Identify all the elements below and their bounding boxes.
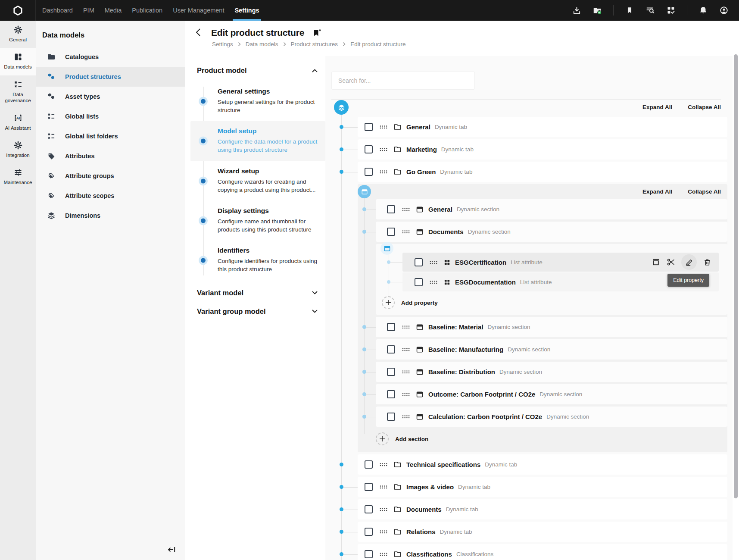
variant-group-model-header[interactable]: Variant group model [185,299,325,318]
subnav-item-general-settings[interactable]: General settings Setup general settings … [190,81,325,121]
scrollbar-track[interactable] [733,21,739,560]
row-checkbox[interactable] [387,413,395,421]
attribute-row-esgcertification[interactable]: ESGCertification List attribute Edit pro… [402,253,719,272]
rail-item-ai-assistant[interactable]: AI AI Assistant [0,109,36,136]
row-checkbox[interactable] [387,368,395,376]
row-checkbox[interactable] [365,460,373,469]
sidebar-item-attribute-scopes[interactable]: Attribute scopes [36,186,185,206]
drag-handle-icon[interactable] [402,206,410,212]
variant-model-header[interactable]: Variant model [185,281,325,299]
drag-handle-icon[interactable] [402,229,410,235]
section-row-baseline-manufacturing[interactable]: Baseline: Manufacturing Dynamic section [376,339,727,360]
nav-settings[interactable]: Settings [234,0,259,21]
nav-publication[interactable]: Publication [132,0,162,21]
add-property-label[interactable]: Add property [401,300,438,306]
row-checkbox[interactable] [365,550,373,558]
section-row-calculation-carbon-footprint[interactable]: Calculation: Carbon Footprint / CO2e Dyn… [376,407,727,427]
tab-row-classifications[interactable]: Classifications Classifications [358,544,727,560]
breadcrumb-settings[interactable]: Settings [212,41,233,47]
sidebar-item-attributes[interactable]: Attributes [36,146,185,166]
rail-item-data-governance[interactable]: Data governance [0,75,36,109]
drag-handle-icon[interactable] [379,507,388,512]
add-section-label[interactable]: Add section [395,436,428,442]
bookmarks-button[interactable] [625,6,634,15]
notifications-button[interactable] [698,6,708,15]
scrollbar-thumb[interactable] [734,54,738,498]
row-checkbox[interactable] [365,145,373,153]
subnav-item-identifiers[interactable]: Identifiers Configure identifiers for pr… [190,241,325,280]
drag-handle-icon[interactable] [379,529,388,535]
add-property-button[interactable] [382,296,395,309]
subnav-item-model-setup[interactable]: Model setup Configure the data model for… [190,121,325,161]
tab-row-go-green[interactable]: Go Green Dynamic tab [358,162,727,182]
sidebar-item-catalogues[interactable]: Catalogues [36,47,185,67]
drag-handle-icon[interactable] [379,124,388,130]
row-checkbox[interactable] [365,505,373,513]
archive-property-button[interactable] [651,257,661,267]
expand-all-sections-button[interactable]: Expand All [642,188,672,195]
tab-row-documents[interactable]: Documents Dynamic tab [358,499,727,519]
rail-item-integration[interactable]: Integration [0,136,36,163]
sidebar-item-global-lists[interactable]: Global lists [36,106,185,126]
nav-media[interactable]: Media [105,0,122,21]
row-checkbox[interactable] [365,123,373,131]
row-checkbox[interactable] [387,205,395,213]
row-checkbox[interactable] [387,345,395,354]
sidebar-item-product-structures[interactable]: Product structures [36,67,185,87]
rail-item-general[interactable]: General [0,21,36,48]
add-section-button[interactable] [376,432,389,445]
app-logo[interactable] [0,0,36,21]
product-model-header[interactable]: Product model [185,56,325,75]
tab-row-images-video[interactable]: Images & video Dynamic tab [358,477,727,497]
drag-handle-icon[interactable] [429,260,438,265]
back-button[interactable] [196,28,202,37]
tab-row-marketing[interactable]: Marketing Dynamic tab [358,139,727,160]
tasks-button[interactable] [666,6,676,15]
sidebar-item-attribute-groups[interactable]: Attribute groups [36,166,185,186]
search-input[interactable] [331,72,475,90]
sidebar-item-global-list-folders[interactable]: Global list folders [36,126,185,146]
breadcrumb-data-models[interactable]: Data models [246,41,278,47]
tab-row-technical-specifications[interactable]: Technical specifications Dynamic tab [358,454,727,475]
sidebar-item-asset-types[interactable]: Asset types [36,87,185,106]
collapse-all-sections-button[interactable]: Collapse All [688,188,721,195]
row-checkbox[interactable] [365,528,373,536]
drag-handle-icon[interactable] [379,551,388,557]
drag-handle-icon[interactable] [379,147,388,152]
nav-dashboard[interactable]: Dashboard [42,0,73,21]
row-checkbox[interactable] [387,228,395,236]
drag-handle-icon[interactable] [379,169,388,175]
section-row-baseline-material[interactable]: Baseline: Material Dynamic section [376,317,727,337]
section-row-outcome-carbon-footprint[interactable]: Outcome: Carbon Footprint / CO2e Dynamic… [376,384,727,404]
cut-property-button[interactable] [666,257,676,267]
search-log-button[interactable] [645,6,655,15]
subnav-item-display-settings[interactable]: Display settings Configure name and thum… [190,201,325,241]
row-checkbox[interactable] [415,258,423,266]
folder-status-button[interactable] [592,6,602,15]
rail-item-maintenance[interactable]: Maintenance [0,163,36,191]
row-checkbox[interactable] [365,168,373,176]
nav-user-management[interactable]: User Management [173,0,224,21]
drag-handle-icon[interactable] [402,347,410,352]
delete-property-button[interactable] [702,257,712,267]
sidebar-item-dimensions[interactable]: Dimensions [36,206,185,225]
section-row-baseline-distribution[interactable]: Baseline: Distribution Dynamic section [376,362,727,382]
row-checkbox[interactable] [415,278,423,286]
drag-handle-icon[interactable] [429,279,438,285]
tab-row-relations[interactable]: Relations Dynamic tab [358,522,727,542]
subnav-item-wizard-setup[interactable]: Wizard setup Configure wizards for creat… [190,161,325,201]
breadcrumb-product-structures[interactable]: Product structures [291,41,338,47]
bookmark-add-button[interactable] [312,28,321,38]
tab-row-general[interactable]: General Dynamic tab [358,117,727,137]
account-button[interactable] [719,6,729,15]
edit-property-button[interactable] [681,254,697,270]
collapse-all-button[interactable]: Collapse All [688,104,721,111]
row-checkbox[interactable] [387,390,395,398]
rail-item-data-models[interactable]: Data models [0,48,36,75]
section-row-general[interactable]: General Dynamic section [376,199,727,219]
import-button[interactable] [572,6,581,15]
drag-handle-icon[interactable] [379,462,388,467]
collapse-sidebar-button[interactable] [167,546,177,555]
drag-handle-icon[interactable] [402,369,410,375]
drag-handle-icon[interactable] [402,324,410,330]
